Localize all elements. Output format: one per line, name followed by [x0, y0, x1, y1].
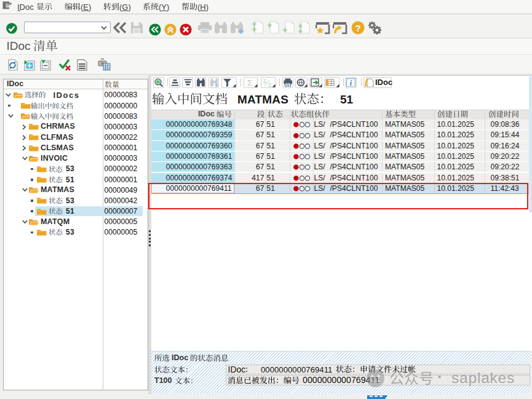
svg-text:Σ: Σ [268, 82, 271, 87]
svg-text:Σ: Σ [247, 79, 252, 87]
svg-text:Σ: Σ [263, 78, 266, 84]
svg-text:?: ? [355, 23, 360, 33]
